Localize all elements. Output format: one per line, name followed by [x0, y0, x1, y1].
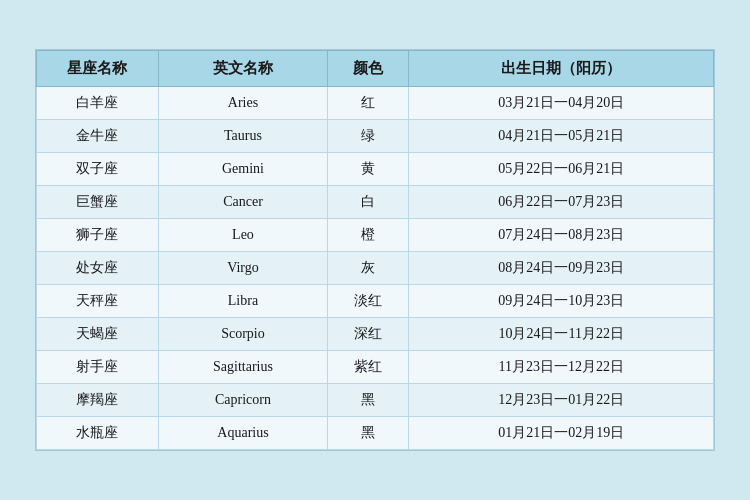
cell-english: Aquarius — [158, 417, 327, 450]
table-row: 处女座Virgo灰08月24日一09月23日 — [37, 252, 714, 285]
header-chinese: 星座名称 — [37, 51, 159, 87]
table-row: 水瓶座Aquarius黑01月21日一02月19日 — [37, 417, 714, 450]
cell-date: 12月23日一01月22日 — [409, 384, 714, 417]
cell-chinese: 天蝎座 — [37, 318, 159, 351]
cell-chinese: 白羊座 — [37, 87, 159, 120]
table-row: 射手座Sagittarius紫红11月23日一12月22日 — [37, 351, 714, 384]
header-color: 颜色 — [328, 51, 409, 87]
cell-chinese: 摩羯座 — [37, 384, 159, 417]
cell-date: 06月22日一07月23日 — [409, 186, 714, 219]
table-header-row: 星座名称 英文名称 颜色 出生日期（阳历） — [37, 51, 714, 87]
cell-english: Scorpio — [158, 318, 327, 351]
table-row: 巨蟹座Cancer白06月22日一07月23日 — [37, 186, 714, 219]
cell-chinese: 金牛座 — [37, 120, 159, 153]
cell-english: Capricorn — [158, 384, 327, 417]
cell-date: 10月24日一11月22日 — [409, 318, 714, 351]
cell-chinese: 双子座 — [37, 153, 159, 186]
cell-date: 01月21日一02月19日 — [409, 417, 714, 450]
cell-color: 紫红 — [328, 351, 409, 384]
cell-english: Libra — [158, 285, 327, 318]
cell-english: Leo — [158, 219, 327, 252]
cell-english: Sagittarius — [158, 351, 327, 384]
cell-date: 03月21日一04月20日 — [409, 87, 714, 120]
table-row: 双子座Gemini黄05月22日一06月21日 — [37, 153, 714, 186]
cell-english: Aries — [158, 87, 327, 120]
cell-chinese: 射手座 — [37, 351, 159, 384]
cell-color: 橙 — [328, 219, 409, 252]
cell-color: 淡红 — [328, 285, 409, 318]
cell-chinese: 天秤座 — [37, 285, 159, 318]
cell-color: 黄 — [328, 153, 409, 186]
table-row: 摩羯座Capricorn黑12月23日一01月22日 — [37, 384, 714, 417]
cell-date: 04月21日一05月21日 — [409, 120, 714, 153]
cell-color: 黑 — [328, 384, 409, 417]
cell-date: 07月24日一08月23日 — [409, 219, 714, 252]
cell-chinese: 处女座 — [37, 252, 159, 285]
cell-color: 红 — [328, 87, 409, 120]
cell-chinese: 狮子座 — [37, 219, 159, 252]
header-date: 出生日期（阳历） — [409, 51, 714, 87]
zodiac-table: 星座名称 英文名称 颜色 出生日期（阳历） 白羊座Aries红03月21日一04… — [36, 50, 714, 450]
cell-color: 白 — [328, 186, 409, 219]
table-body: 白羊座Aries红03月21日一04月20日金牛座Taurus绿04月21日一0… — [37, 87, 714, 450]
cell-color: 深红 — [328, 318, 409, 351]
cell-chinese: 水瓶座 — [37, 417, 159, 450]
cell-color: 灰 — [328, 252, 409, 285]
cell-date: 08月24日一09月23日 — [409, 252, 714, 285]
cell-english: Taurus — [158, 120, 327, 153]
table-row: 白羊座Aries红03月21日一04月20日 — [37, 87, 714, 120]
table-row: 狮子座Leo橙07月24日一08月23日 — [37, 219, 714, 252]
table-row: 金牛座Taurus绿04月21日一05月21日 — [37, 120, 714, 153]
cell-english: Cancer — [158, 186, 327, 219]
cell-date: 05月22日一06月21日 — [409, 153, 714, 186]
table-row: 天秤座Libra淡红09月24日一10月23日 — [37, 285, 714, 318]
zodiac-table-container: 星座名称 英文名称 颜色 出生日期（阳历） 白羊座Aries红03月21日一04… — [35, 49, 715, 451]
header-english: 英文名称 — [158, 51, 327, 87]
cell-date: 09月24日一10月23日 — [409, 285, 714, 318]
cell-english: Gemini — [158, 153, 327, 186]
cell-color: 黑 — [328, 417, 409, 450]
table-row: 天蝎座Scorpio深红10月24日一11月22日 — [37, 318, 714, 351]
cell-color: 绿 — [328, 120, 409, 153]
cell-date: 11月23日一12月22日 — [409, 351, 714, 384]
cell-english: Virgo — [158, 252, 327, 285]
cell-chinese: 巨蟹座 — [37, 186, 159, 219]
